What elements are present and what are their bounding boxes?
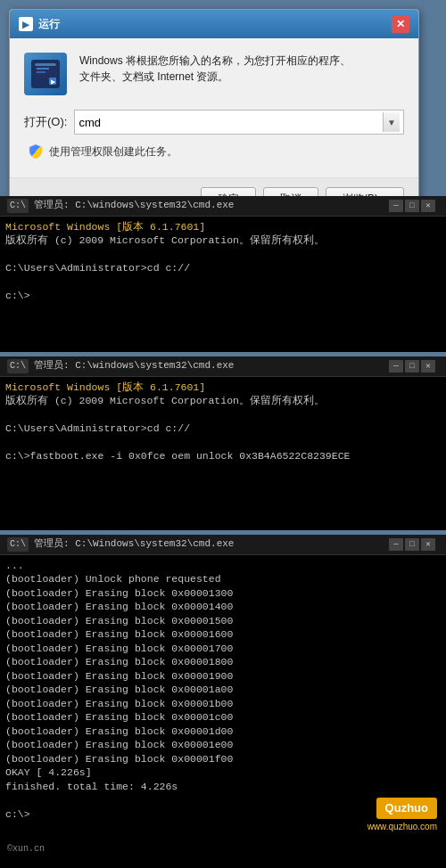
cmd3-line-2: (bootloader) Erasing block 0x00001300	[5, 586, 441, 601]
cmd1-titlebar: C:\ 管理员: C:\windows\system32\cmd.exe ─ □…	[0, 196, 446, 217]
cmd3-line-4: (bootloader) Erasing block 0x00001500	[5, 614, 441, 628]
cmd2-controls: ─ □ ✕	[389, 360, 439, 373]
cmd3-line-1: (bootloader) Unlock phone requested	[5, 572, 441, 586]
cmd3-line-0: ...	[5, 559, 441, 573]
cmd3-icon: C:\	[7, 537, 29, 552]
cmd1-line-5	[5, 275, 441, 290]
cmd1-line-4: C:\Users\Administrator>cd c://	[5, 261, 441, 275]
cmd2-maximize[interactable]: □	[405, 360, 419, 373]
cmd1-line-1: Microsoft Windows [版本 6.1.7601]	[5, 220, 441, 234]
cmd2-titlebar: C:\ 管理员: C:\windows\system32\cmd.exe ─ □…	[0, 356, 446, 377]
watermark: Quzhuo www.quzhuo.com	[368, 798, 437, 832]
watermark-source: ©xun.cn	[7, 843, 45, 856]
cmd2-title: 管理员: C:\windows\system32\cmd.exe	[34, 359, 234, 373]
run-app-icon: ▶	[24, 53, 67, 95]
cmd-window-3: C:\ 管理员: C:\Windows\system32\cmd.exe ─ □…	[0, 535, 446, 868]
cmd2-line-4: C:\Users\Administrator>cd c://	[5, 422, 441, 436]
cmd2-line-6: c:\>fastboot.exe -i 0x0fce oem unlock 0x…	[5, 449, 441, 463]
dropdown-button[interactable]: ▼	[383, 112, 400, 132]
cmd3-controls: ─ □ ✕	[389, 538, 439, 551]
cmd3-line-10: (bootloader) Erasing block 0x00001b00	[5, 697, 441, 711]
cmd2-line-3	[5, 408, 441, 422]
dialog-description: Windows 将根据您所输入的名称，为您打开相应的程序、文件夹、文档或 Int…	[79, 53, 351, 85]
cmd3-line-15: OKAY [ 4.226s]	[5, 766, 441, 780]
cmd3-line-5: (bootloader) Erasing block 0x00001600	[5, 627, 441, 642]
dialog-title: 运行	[38, 17, 60, 32]
open-row: 打开(O): ▼	[24, 110, 404, 135]
cmd3-title: 管理员: C:\Windows\system32\cmd.exe	[34, 537, 234, 551]
cmd-window-2: C:\ 管理员: C:\windows\system32\cmd.exe ─ □…	[0, 356, 446, 530]
dialog-top-section: ▶ Windows 将根据您所输入的名称，为您打开相应的程序、文件夹、文档或 I…	[24, 53, 404, 95]
cmd1-minimize[interactable]: ─	[389, 200, 403, 212]
cmd3-line-7: (bootloader) Erasing block 0x00001800	[5, 655, 441, 669]
run-icon-inner: ▶	[31, 60, 60, 88]
cmd3-line-8: (bootloader) Erasing block 0x00001900	[5, 669, 441, 684]
cmd3-content: ... (bootloader) Unlock phone requested …	[0, 555, 446, 825]
cmd3-line-3: (bootloader) Erasing block 0x00001400	[5, 600, 441, 614]
cmd-window-1: C:\ 管理员: C:\windows\system32\cmd.exe ─ □…	[0, 196, 446, 352]
cmd3-line-16: finished. total time: 4.226s	[5, 780, 441, 794]
cmd3-line-13: (bootloader) Erasing block 0x00001e00	[5, 738, 441, 752]
cmd3-line-9: (bootloader) Erasing block 0x00001a00	[5, 683, 441, 697]
svg-rect-2	[37, 68, 49, 70]
shield-text: 使用管理权限创建此任务。	[49, 144, 178, 160]
watermark-url: www.quzhuo.com	[368, 821, 437, 833]
cmd1-content: Microsoft Windows [版本 6.1.7601] 版权所有 (c)…	[0, 217, 446, 307]
cmd3-minimize[interactable]: ─	[389, 538, 403, 551]
svg-rect-1	[35, 63, 56, 66]
cmd2-icon: C:\	[7, 359, 29, 373]
cmd2-close[interactable]: ✕	[421, 360, 435, 373]
dialog-titlebar: ▶ 运行 ✕	[10, 10, 418, 38]
cmd2-line-5	[5, 436, 441, 450]
cmd1-line-2: 版权所有 (c) 2009 Microsoft Corporation。保留所有…	[5, 233, 441, 248]
dialog-body: ▶ Windows 将根据您所输入的名称，为您打开相应的程序、文件夹、文档或 I…	[10, 38, 418, 177]
shield-row: 使用管理权限创建此任务。	[24, 143, 404, 160]
cmd2-line-1: Microsoft Windows [版本 6.1.7601]	[5, 381, 441, 395]
cmd3-line-12: (bootloader) Erasing block 0x00001d00	[5, 725, 441, 739]
cmd3-close[interactable]: ✕	[421, 538, 435, 551]
open-label: 打开(O):	[24, 114, 67, 130]
command-input[interactable]	[78, 116, 383, 129]
cmd2-content: Microsoft Windows [版本 6.1.7601] 版权所有 (c)…	[0, 377, 446, 467]
shield-icon	[28, 143, 44, 160]
cmd3-maximize[interactable]: □	[405, 538, 419, 551]
input-wrapper: ▼	[74, 110, 404, 135]
cmd1-controls: ─ □ ✕	[389, 200, 439, 212]
cmd1-title: 管理员: C:\windows\system32\cmd.exe	[34, 199, 234, 212]
dialog-titlebar-left: ▶ 运行	[19, 17, 60, 32]
cmd3-titlebar: C:\ 管理员: C:\Windows\system32\cmd.exe ─ □…	[0, 535, 446, 555]
cmd2-minimize[interactable]: ─	[389, 360, 403, 373]
cmd1-close[interactable]: ✕	[421, 200, 435, 212]
cmd1-icon: C:\	[7, 199, 29, 213]
cmd3-line-11: (bootloader) Erasing block 0x00001c00	[5, 710, 441, 725]
cmd2-line-2: 版权所有 (c) 2009 Microsoft Corporation。保留所有…	[5, 394, 441, 408]
cmd3-line-14: (bootloader) Erasing block 0x00001f00	[5, 752, 441, 766]
cmd1-line-3	[5, 248, 441, 262]
cmd1-maximize[interactable]: □	[405, 200, 419, 212]
close-button[interactable]: ✕	[392, 15, 409, 33]
run-dialog: ▶ 运行 ✕ ▶ Windows 将根据您所输入的名称，为您打开相应的程序	[9, 9, 419, 225]
cmd3-line-6: (bootloader) Erasing block 0x00001700	[5, 642, 441, 656]
run-icon: ▶	[19, 17, 33, 31]
cmd1-line-6: c:\>	[5, 289, 441, 303]
watermark-brand: Quzhuo	[376, 798, 437, 819]
svg-rect-3	[37, 71, 45, 73]
